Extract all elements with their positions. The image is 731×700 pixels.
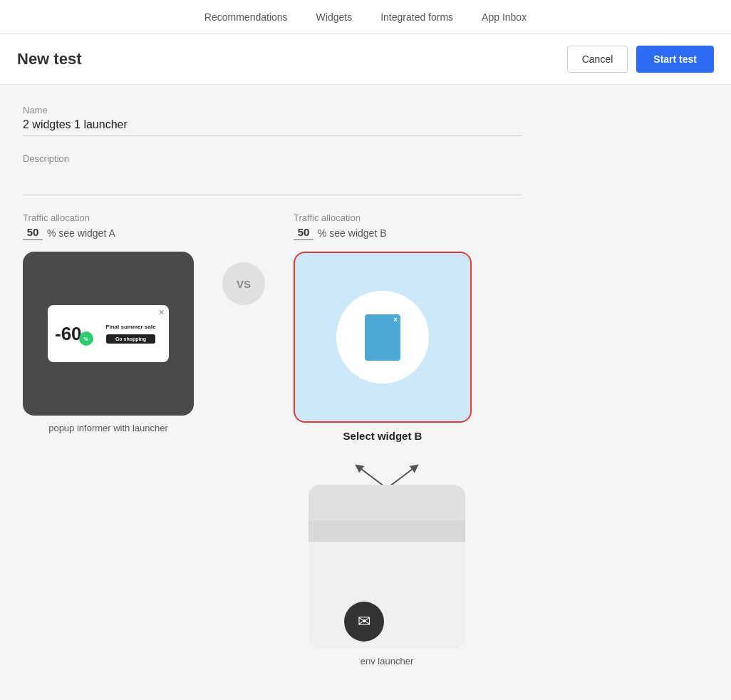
nav-integrated-forms[interactable]: Integrated forms (380, 11, 453, 23)
launcher-envelope-icon: ✉ (344, 602, 384, 642)
nav-widgets[interactable]: Widgets (316, 11, 353, 23)
widget-a-traffic-number[interactable]: 50 (23, 226, 43, 240)
page-header: New test Cancel Start test (0, 34, 731, 85)
popup-close-icon: ✕ (158, 308, 165, 317)
widget-a-traffic-suffix: % see widget A (47, 227, 115, 239)
widget-a-card[interactable]: ✕ -60 % Final summer sale Go shopping (23, 252, 194, 416)
vs-separator: VS (222, 262, 265, 305)
description-field-group: Description (23, 153, 708, 195)
discount-text: -60 (55, 324, 82, 343)
description-value[interactable] (23, 167, 522, 195)
name-field-group: Name 2 widgtes 1 launcher (23, 105, 708, 136)
widget-b-inner-circle (336, 291, 429, 384)
discount-badge: % (79, 331, 93, 346)
widget-a-section: Traffic allocation 50 % see widget A ✕ -… (23, 212, 194, 433)
widget-a-label: popup informer with launcher (48, 423, 168, 433)
description-label: Description (23, 153, 708, 164)
widget-b-section: Traffic allocation 50 % see widget B Sel… (294, 212, 472, 442)
widget-a-traffic-row: 50 % see widget A (23, 226, 115, 240)
launcher-label: env launcher (361, 656, 413, 666)
popup-cta-button: Go shopping (106, 334, 156, 344)
widget-b-traffic-suffix: % see widget B (318, 227, 387, 239)
widget-b-label: Select widget B (343, 430, 422, 442)
launcher-mid-strip (309, 520, 465, 542)
cancel-button[interactable]: Cancel (567, 46, 628, 73)
widget-b-traffic-number[interactable]: 50 (294, 226, 313, 240)
nav-app-inbox[interactable]: App Inbox (482, 11, 527, 23)
header-actions: Cancel Start test (567, 46, 714, 73)
start-test-button[interactable]: Start test (636, 46, 714, 73)
name-value[interactable]: 2 widgtes 1 launcher (23, 118, 522, 136)
main-content: Name 2 widgtes 1 launcher Description Tr… (0, 85, 731, 700)
page-title: New test (17, 50, 81, 68)
popup-discount-area: -60 % (48, 316, 100, 351)
widgets-row: Traffic allocation 50 % see widget A ✕ -… (23, 212, 708, 442)
widget-b-traffic-row: 50 % see widget B (294, 226, 387, 240)
launcher-area: ✉ env launcher (66, 456, 708, 666)
popup-sale-text: Final summer sale (106, 324, 156, 331)
launcher-bottom: ✉ (309, 542, 465, 649)
launcher-top-strip (309, 485, 465, 520)
launcher-card[interactable]: ✉ (309, 485, 465, 649)
top-navigation: Recommendations Widgets Integrated forms… (0, 0, 731, 34)
widget-b-icon (365, 314, 400, 361)
nav-recommendations[interactable]: Recommendations (204, 11, 288, 23)
widget-b-traffic-label: Traffic allocation (294, 212, 361, 223)
popup-right: Final summer sale Go shopping (100, 319, 162, 349)
name-label: Name (23, 105, 708, 115)
popup-preview: ✕ -60 % Final summer sale Go shopping (48, 305, 169, 362)
widget-a-traffic-label: Traffic allocation (23, 212, 90, 223)
envelope-symbol: ✉ (358, 612, 370, 631)
widget-b-card[interactable] (294, 252, 472, 423)
